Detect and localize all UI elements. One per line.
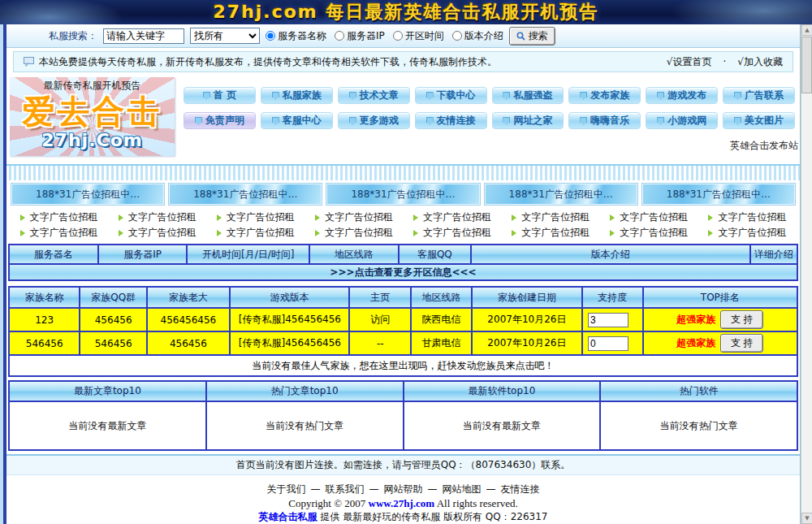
section-empty-text: 当前没有最新文章 <box>404 401 601 450</box>
family-cell-leader: 456456 <box>147 331 230 355</box>
radio-open-time[interactable]: 开区时间 <box>393 29 444 43</box>
footer-site-link[interactable]: 英雄合击私服 <box>259 511 317 522</box>
text-ad-link[interactable]: 文字广告位招租 <box>600 210 698 224</box>
radio-server-name[interactable]: 服务器名称 <box>266 29 326 43</box>
marquee-text: 英雄合击发布站 <box>730 139 798 153</box>
arrow-icon <box>512 214 516 221</box>
ad-banner[interactable]: 188*31广告位招租中… <box>485 184 637 205</box>
text-ad-link[interactable]: 文字广告位招租 <box>304 210 403 224</box>
footer-domain-link[interactable]: www.27hj.com <box>369 497 435 509</box>
family-cell-top: 超强家族 支 持 <box>643 331 797 355</box>
search-button[interactable]: 搜索 <box>509 27 555 45</box>
shield-icon <box>657 117 664 125</box>
nav-game-publish[interactable]: 游戏发布 <box>646 87 718 104</box>
shield-icon <box>349 117 356 125</box>
section-hot-software: 热门软件 <box>600 381 797 401</box>
family-table: 家族名称 家族QQ群 家族老大 游戏版本 主页 地区线路 家族创建日期 支持度 … <box>8 286 798 377</box>
support-button[interactable]: 支 持 <box>720 310 763 329</box>
radio-open-time-input[interactable] <box>393 31 403 41</box>
footer-link-friends[interactable]: 友情连接 <box>501 483 540 495</box>
text-ad-link[interactable]: 文字广告位招租 <box>502 226 600 240</box>
shield-icon <box>734 117 741 125</box>
nav-url-home[interactable]: 网址之家 <box>492 112 564 129</box>
nav-sf-family[interactable]: 私服家族 <box>261 87 333 104</box>
text-ad-link[interactable]: 文字广告位招租 <box>304 226 403 240</box>
arrow-icon <box>20 214 25 221</box>
scroll-down-icon[interactable]: ▼ <box>801 513 812 524</box>
text-ad-link[interactable]: 文字广告位招租 <box>698 210 797 224</box>
logo-title: 爱去合击 <box>10 93 175 130</box>
text-ad-link[interactable]: 文字广告位招租 <box>206 226 304 240</box>
radio-server-ip[interactable]: 服务器IP <box>335 29 385 43</box>
footer-link-contact[interactable]: 联系我们 <box>326 483 365 495</box>
text-ad-link[interactable]: 文字广告位招租 <box>698 226 797 240</box>
family-col-region: 地区线路 <box>411 287 472 308</box>
support-count-input[interactable] <box>588 336 628 351</box>
shield-icon <box>272 92 279 100</box>
nav-more-games[interactable]: 更多游戏 <box>338 112 410 129</box>
nav-mini-games[interactable]: 小游戏网 <box>646 112 718 129</box>
radio-server-name-input[interactable] <box>266 31 275 41</box>
text-ad-link[interactable]: 文字广告位招租 <box>108 210 206 224</box>
family-col-leader: 家族老大 <box>147 287 230 308</box>
search-scope-select[interactable]: 找所有 <box>190 28 260 44</box>
footer-link-help[interactable]: 网站帮助 <box>384 483 423 495</box>
support-button[interactable]: 支 持 <box>720 334 763 353</box>
search-input[interactable] <box>103 28 184 44</box>
nav-service-center[interactable]: 客服中心 <box>261 112 333 129</box>
nav-friend-links[interactable]: 友情连接 <box>415 112 487 129</box>
family-col-created: 家族创建日期 <box>472 287 582 308</box>
nav-beauty-pics[interactable]: 美女图片 <box>723 112 795 129</box>
radio-server-ip-input[interactable] <box>335 31 344 41</box>
footer-link-sitemap[interactable]: 网站地图 <box>443 483 482 495</box>
nav-home[interactable]: 首 页 <box>184 87 256 104</box>
ad-banner[interactable]: 188*31广告位招租中… <box>11 184 164 205</box>
ad-banner[interactable]: 188*31广告位招租中… <box>169 184 322 205</box>
shield-icon <box>580 117 587 125</box>
radio-version-intro-input[interactable] <box>452 31 462 41</box>
nav-disclaimer[interactable]: 免责声明 <box>184 112 256 129</box>
scrollbar-thumb[interactable] <box>801 37 812 93</box>
section-latest-articles: 最新文章top10 <box>9 381 206 401</box>
text-ad-link[interactable]: 文字广告位招租 <box>404 210 502 224</box>
nav-sf-robber[interactable]: 私服强盗 <box>492 87 564 104</box>
shield-icon <box>349 92 356 100</box>
more-servers-link[interactable]: >>>点击查看更多开区信息<<< <box>8 265 798 281</box>
family-row: 546456 546456 456456 [传奇私服]456456456 -- … <box>9 331 797 355</box>
nav-publish-family[interactable]: 发布家族 <box>568 87 641 104</box>
family-cell-version: [传奇私服]456456456 <box>230 331 350 355</box>
footer-link-about[interactable]: 关于我们 <box>267 483 306 495</box>
text-ad-link[interactable]: 文字广告位招租 <box>502 210 600 224</box>
shield-icon <box>272 117 279 125</box>
ad-banner[interactable]: 188*31广告位招租中… <box>326 184 479 205</box>
logo-domain: 27hj.Com <box>10 130 175 150</box>
nav-download-center[interactable]: 下载中心 <box>415 87 487 104</box>
family-col-version: 游戏版本 <box>230 287 350 308</box>
footer: 关于我们—联系我们—网站帮助—网站地图—友情连接 Copyright © 200… <box>6 475 800 524</box>
text-ad-link[interactable]: 文字广告位招租 <box>206 210 304 224</box>
text-ad-link[interactable]: 文字广告位招租 <box>10 226 108 240</box>
family-home-link[interactable]: 访问 <box>349 308 411 331</box>
add-favorite-link[interactable]: √加入收藏 <box>737 55 783 69</box>
nav-ad-contact[interactable]: 广告联系 <box>723 87 795 104</box>
vertical-scrollbar[interactable]: ▲ ▼ <box>801 24 812 524</box>
ad-banner-row: 188*31广告位招租中… 188*31广告位招租中… 188*31广告位招租中… <box>6 180 800 208</box>
shield-icon <box>426 117 434 125</box>
text-ad-link[interactable]: 文字广告位招租 <box>10 210 108 224</box>
family-col-support: 支持度 <box>582 287 643 308</box>
ad-banner[interactable]: 188*31广告位招租中… <box>642 184 795 205</box>
support-count-input[interactable] <box>588 313 628 327</box>
text-ad-link[interactable]: 文字广告位招租 <box>108 226 206 240</box>
family-cell-leader: 456456456 <box>147 308 230 331</box>
nav-tech-articles[interactable]: 技术文章 <box>338 87 410 104</box>
set-homepage-link[interactable]: √设置首页 <box>667 55 712 69</box>
radio-version-intro[interactable]: 版本介绍 <box>452 29 503 43</box>
nav-music[interactable]: 嗨嗨音乐 <box>568 112 641 129</box>
server-col-detail: 详细介绍 <box>750 245 797 264</box>
site-logo[interactable]: 最新传奇私服开机预告 爱去合击 27hj.Com <box>10 77 175 156</box>
scroll-up-icon[interactable]: ▲ <box>801 24 812 36</box>
text-ad-link[interactable]: 文字广告位招租 <box>404 226 502 240</box>
server-col-version: 版本介绍 <box>471 245 750 264</box>
text-ad-link[interactable]: 文字广告位招租 <box>600 226 698 240</box>
marquee-row: 英雄合击发布站 <box>179 137 800 154</box>
